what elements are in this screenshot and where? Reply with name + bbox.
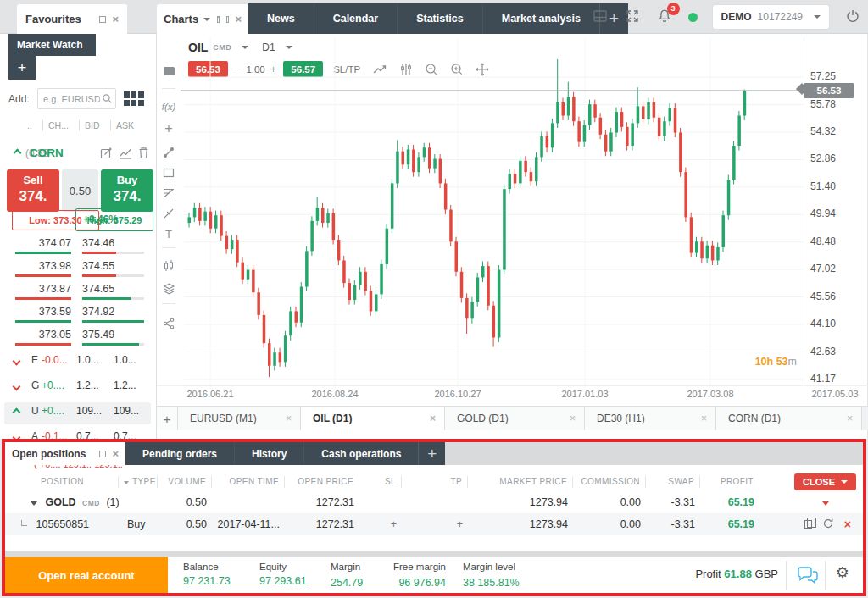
layout-icon[interactable] [592,8,609,27]
chevron-down-icon[interactable] [203,18,210,21]
crossed-line-tool-icon[interactable] [157,203,181,224]
col-dots[interactable]: .. [27,120,32,130]
watchlist-row-U[interactable]: U+0....109...109... [0,405,157,425]
ask-value[interactable]: 1.0... [114,354,136,366]
add-tab-button[interactable]: + [418,442,445,465]
ask-value[interactable]: 109... [114,405,139,417]
settings-gear-icon[interactable]: ⚙ [836,565,849,580]
trash-icon[interactable] [138,147,149,162]
tab-pending-orders[interactable]: Pending orders [125,442,235,465]
close-icon[interactable]: × [112,448,119,459]
col-type[interactable]: TYPE [119,476,158,488]
col-ask[interactable]: ASK [116,120,134,130]
chart-tab-eurusd[interactable]: EURUSD (M1)× [178,407,301,430]
chart-tab-de30[interactable]: DE30 (H1)× [585,407,716,430]
col-bid[interactable]: BID [85,120,100,130]
edit-icon[interactable] [100,147,113,162]
close-icon[interactable]: × [701,413,707,424]
col-swap[interactable]: SWAP [646,476,700,488]
popout-icon[interactable] [217,16,220,23]
trendline-tool-icon[interactable] [157,142,181,163]
watchlist-row-E[interactable]: E-0.0...1.0...1.0... [0,354,157,374]
ask-price[interactable]: 374.46 [82,237,114,249]
col-tp[interactable]: TP [402,476,468,488]
maximize-icon[interactable] [99,451,106,457]
time-axis[interactable]: 2016.06.212016.08.242016.10.272017.01.03… [157,385,868,401]
maximize-icon[interactable] [99,16,106,23]
position-group-row[interactable]: GOLD CMD (1) 0.50 1272.31 1273.94 0.00 -… [5,491,863,513]
col-market-price[interactable]: MARKET PRICE [468,476,573,488]
buy-button[interactable]: Buy 374. [101,169,153,212]
depth-row[interactable]: 374.07374.46 [0,237,157,260]
depth-row[interactable]: 373.98374.55 [0,260,157,283]
volume-input[interactable]: 0.50 [62,169,98,212]
position-order-row[interactable]: 105650851 Buy 0.50 2017-04-11... 1272.31… [5,513,863,535]
favourites-tab[interactable]: Favourites × [17,4,127,34]
close-all-button[interactable]: CLOSE [794,473,856,490]
col-open-price[interactable]: OPEN PRICE [285,476,359,488]
col-profit[interactable]: PROFIT [700,476,760,488]
view-mode-grid-icon[interactable] [124,91,144,106]
account-selector[interactable]: DEMO 10172249 [713,5,829,29]
tab-statistics[interactable]: Statistics [398,3,483,34]
rectangle-tool-icon[interactable] [157,163,181,183]
tab-market-analysis[interactable]: Market analysis [483,3,599,34]
text-tool-icon[interactable]: T [157,224,181,244]
close-icon[interactable]: × [847,413,853,424]
col-commission[interactable]: COMMISSION [573,476,646,488]
watchlist-row-A[interactable]: A-0.1...0.7...0.7... [0,430,157,439]
depth-row[interactable]: 373.59374.92 [0,306,157,329]
open-real-account-button[interactable]: Open real account [5,557,168,593]
ask-price[interactable]: 374.65 [82,283,114,295]
chart-tab-corn[interactable]: CORN (D1)× [716,407,862,430]
bid-value[interactable]: 109... [76,405,102,417]
ask-price[interactable]: 374.55 [82,260,114,272]
fullscreen-icon[interactable] [624,8,641,27]
fibonacci-tool-icon[interactable] [157,183,181,203]
candle-style-icon[interactable] [157,256,181,276]
instrument-row-corn[interactable]: (0.39 CORN [0,144,157,166]
bid-price[interactable]: 373.98 [15,260,71,272]
close-icon[interactable]: × [430,413,436,424]
duplicate-order-icon[interactable] [804,520,812,529]
tab-calendar[interactable]: Calendar [314,3,398,34]
close-icon[interactable]: × [235,14,242,25]
power-logout-icon[interactable] [844,8,861,27]
chevron-up-icon[interactable] [14,149,22,158]
new-chart-tab-button[interactable]: + [157,407,178,430]
reverse-order-icon[interactable] [822,518,834,532]
close-icon[interactable]: × [286,413,292,424]
bid-price[interactable]: 373.05 [15,329,71,341]
share-icon[interactable] [157,313,181,334]
bid-price[interactable]: 373.87 [15,283,71,295]
bid-price[interactable]: 374.07 [15,237,71,249]
ask-price[interactable]: 374.92 [82,306,114,318]
chart-line-icon[interactable] [119,147,132,162]
tab-news[interactable]: News [248,3,314,34]
col-change[interactable]: CH... [48,120,69,130]
close-order-icon[interactable]: × [844,518,851,530]
chart-tab-oil[interactable]: OIL (D1)× [301,407,445,430]
market-watch-tab[interactable]: Market Watch [8,34,96,56]
col-sl[interactable]: SL [359,476,402,488]
collapse-caret-icon[interactable] [31,501,37,506]
group-close-caret-icon[interactable] [822,501,829,506]
sell-button[interactable]: Sell 374. [7,169,59,212]
candlestick-chart[interactable] [181,37,804,388]
add-sl-button[interactable]: + [359,518,402,530]
ask-value[interactable]: 0.7... [114,430,136,439]
bid-value[interactable]: 1.0... [76,354,99,366]
bid-value[interactable]: 1.2... [76,379,99,391]
depth-row[interactable]: 373.87374.65 [0,283,157,306]
chart-type-icon[interactable] [157,61,181,81]
bid-price[interactable]: 373.59 [15,306,71,318]
tab-cash-operations[interactable]: Cash operations [304,442,418,465]
maximize-icon[interactable] [226,16,229,23]
col-position[interactable]: POSITION [5,476,119,488]
notifications-bell-icon[interactable]: 3 [656,8,673,27]
col-volume[interactable]: VOLUME [158,476,212,488]
bid-value[interactable]: 0.7... [76,430,99,439]
filter-icon[interactable] [124,481,129,484]
market-watch-add-button[interactable]: + [8,56,36,80]
indicators-fx-icon[interactable]: f(x) [157,97,181,117]
